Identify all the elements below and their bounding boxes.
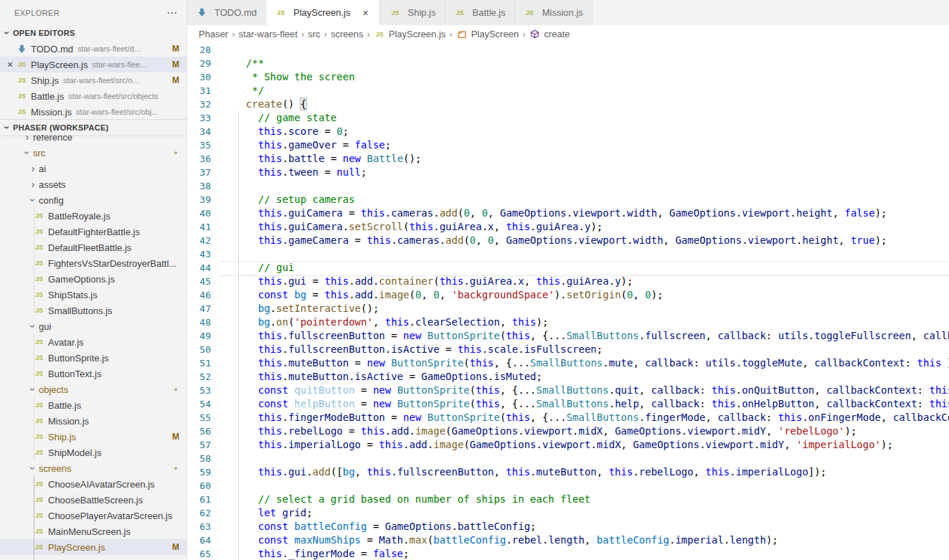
tree-item-GameOptions.js[interactable]: JSGameOptions.js (0, 271, 187, 287)
tree-folder-src[interactable]: ›src● (0, 145, 187, 161)
open-editor-item-Battle.js[interactable]: JSBattle.jsstar-wars-fleet/src/objects (0, 88, 187, 104)
tab-TODO.md[interactable]: TODO.md (187, 0, 266, 25)
code-line-48[interactable]: 48 bg.on('pointerdown', this.clearSelect… (187, 315, 949, 329)
tree-item-ChoosePlayerAvatarScreen.js[interactable]: JSChoosePlayerAvatarScreen.js (0, 508, 187, 523)
tree-item-label: ChooseAIAvatarScreen.js (48, 479, 155, 490)
code-line-33[interactable]: 33 // game state (187, 111, 949, 125)
code-line-61[interactable]: 61 // select a grid based on number of s… (187, 493, 949, 506)
code-line-43[interactable]: 43 (187, 247, 949, 261)
code-line-64[interactable]: 64 const maxNumShips = Math.max(battleCo… (187, 533, 949, 547)
open-editor-item-Mission.js[interactable]: JSMission.jsstar-wars-fleet/src/obj... (0, 104, 187, 120)
code-line-37[interactable]: 37 this.tween = null; (187, 166, 949, 179)
tree-item-Ship.js[interactable]: JSShip.jsM (0, 429, 187, 445)
code-line-35[interactable]: 35 this.gameOver = false; (187, 138, 949, 152)
code-line-55[interactable]: 55 this.fingerModeButton = new ButtonSpr… (187, 411, 949, 424)
breadcrumb-item-PlayScreen[interactable]: PlayScreen (456, 29, 519, 40)
code-line-59[interactable]: 59 this.gui.add([bg, this.fullscreenButt… (187, 465, 949, 479)
breadcrumb-item-Phaser[interactable]: Phaser (199, 29, 228, 39)
tree-item-ShipStats.js[interactable]: JSShipStats.js (0, 287, 187, 303)
code-line-41[interactable]: 41 this.guiCamera.setScroll(this.guiArea… (187, 220, 949, 234)
tree-item-label: ButtonSprite.js (48, 353, 109, 364)
code-line-31[interactable]: 31 */ (187, 84, 949, 98)
code-line-34[interactable]: 34 this.score = 0; (187, 125, 949, 138)
javascript-file-icon: JS (33, 305, 45, 316)
code-line-42[interactable]: 42 this.gameCamera = this.cameras.add(0,… (187, 234, 949, 247)
tab-Mission.js[interactable]: JSMission.js (515, 0, 592, 25)
tree-folder-objects[interactable]: ›objects● (0, 381, 187, 397)
tree-item-BattleRoyale.js[interactable]: JSBattleRoyale.js (0, 208, 187, 224)
tree-folder-gui[interactable]: ›gui (0, 318, 187, 334)
code-line-30[interactable]: 30 * Show the screen (187, 70, 949, 84)
close-icon[interactable]: × (4, 59, 16, 70)
tree-item-ChooseAIAvatarScreen.js[interactable]: JSChooseAIAvatarScreen.js (0, 476, 187, 492)
code-line-50[interactable]: 50 this.fullscreenButton.isActive = this… (187, 343, 949, 356)
tree-item-partial[interactable] (0, 555, 187, 560)
tree-item-Avatar.js[interactable]: JSAvatar.js (0, 334, 187, 350)
code-line-63[interactable]: 63 const battleConfig = GameOptions.batt… (187, 520, 949, 533)
code-line-60[interactable]: 60 (187, 479, 949, 493)
tree-folder-assets[interactable]: ›assets (0, 176, 187, 192)
breadcrumb-item-screens[interactable]: screens (331, 29, 364, 39)
tree-item-Battle.js[interactable]: JSBattle.js (0, 397, 187, 413)
code-line-28[interactable]: 28 (187, 43, 949, 57)
javascript-file-icon: JS (16, 59, 28, 70)
code-line-57[interactable]: 57 this.imperialLogo = this.add.image(Ga… (187, 438, 949, 452)
breadcrumb-item-src[interactable]: src (308, 29, 320, 39)
code-line-51[interactable]: 51 this.muteButton = new ButtonSprite(th… (187, 356, 949, 370)
tree-item-ChooseBattleScreen.js[interactable]: JSChooseBattleScreen.js (0, 492, 187, 508)
breadcrumb-item-PlayScreen.js[interactable]: JSPlayScreen.js (374, 29, 445, 40)
tree-folder-config[interactable]: ›config (0, 192, 187, 208)
open-editors-header[interactable]: › OPEN EDITORS (0, 25, 187, 41)
code-line-56[interactable]: 56 this.rebelLogo = this.add.image(GameO… (187, 424, 949, 438)
line-number: 57 (187, 438, 211, 452)
code-line-40[interactable]: 40 this.guiCamera = this.cameras.add(0, … (187, 207, 949, 220)
tree-item-DefaultFighterBattle.js[interactable]: JSDefaultFighterBattle.js (0, 224, 187, 239)
open-editor-item-Ship.js[interactable]: JSShip.jsstar-wars-fleet/src/o...M (0, 72, 187, 88)
tree-item-FightersVsStarDestroyerBattl...[interactable]: JSFightersVsStarDestroyerBattl... (0, 255, 187, 271)
breadcrumb-item-create[interactable]: create (529, 29, 570, 40)
tree-item-SmallButtons.js[interactable]: JSSmallButtons.js (0, 303, 187, 318)
tree-item-Mission.js[interactable]: JSMission.js (0, 413, 187, 429)
code-line-65[interactable]: 65 this._fingerMode = false; (187, 547, 949, 560)
tree-folder-reference[interactable]: ›reference (0, 135, 187, 145)
tab-Battle.js[interactable]: JSBattle.js (445, 0, 515, 25)
breadcrumb-item-star-wars-fleet[interactable]: star-wars-fleet (239, 29, 298, 39)
code-line-46[interactable]: 46 const bg = this.add.image(0, 0, 'back… (187, 288, 949, 302)
code-line-53[interactable]: 53 const quitButton = new ButtonSprite(t… (187, 384, 949, 397)
tree-folder-ai[interactable]: ›ai (0, 161, 187, 176)
code-line-62[interactable]: 62 let grid; (187, 506, 949, 520)
open-editor-item-TODO.md[interactable]: TODO.mdstar-wars-fleet/d...M (0, 41, 187, 57)
code-line-45[interactable]: 45 this.gui = this.add.container(this.gu… (187, 275, 949, 288)
code-line-54[interactable]: 54 const helpButton = new ButtonSprite(t… (187, 397, 949, 411)
tab-PlayScreen.js[interactable]: JSPlayScreen.js× (266, 0, 380, 25)
more-actions-icon[interactable]: ⋯ (166, 6, 178, 19)
code-line-44[interactable]: 44 // gui (187, 261, 949, 275)
code-line-36[interactable]: 36 this.battle = new Battle(); (187, 152, 949, 166)
code-line-29[interactable]: 29 /** (187, 57, 949, 70)
tree-item-label: DefaultFleetBattle.js (48, 242, 131, 253)
tree-indent-guide (34, 303, 34, 318)
code-line-52[interactable]: 52 this.muteButton.isActive = GameOption… (187, 370, 949, 384)
code-line-39[interactable]: 39 // setup cameras (187, 193, 949, 207)
tree-item-MainMenuScreen.js[interactable]: JSMainMenuScreen.js (0, 523, 187, 539)
line-number: 50 (187, 343, 211, 356)
tab-Ship.js[interactable]: JSShip.js (380, 0, 445, 25)
tree-item-ShipModel.js[interactable]: JSShipModel.js (0, 445, 187, 460)
code-line-47[interactable]: 47 bg.setInteractive(); (187, 302, 949, 315)
open-editor-item-PlayScreen.js[interactable]: ×JSPlayScreen.jsstar-wars-flee...M (0, 57, 187, 72)
code-line-32[interactable]: 32 create() { (187, 98, 949, 111)
tree-indent-guide (34, 287, 34, 303)
code-line-38[interactable]: 38 (187, 179, 949, 193)
tree-indent-guide (34, 555, 34, 560)
workspace-header[interactable]: › PHASER (WORKSPACE) (0, 119, 187, 135)
code-line-58[interactable]: 58 (187, 452, 949, 465)
javascript-file-icon: JS (33, 494, 45, 506)
code-line-49[interactable]: 49 this.fullscreenButton = new ButtonSpr… (187, 329, 949, 343)
code-editor[interactable]: 2829 /**30 * Show the screen31 */32 crea… (187, 43, 949, 560)
tree-folder-screens[interactable]: ›screens● (0, 460, 187, 476)
tree-item-DefaultFleetBattle.js[interactable]: JSDefaultFleetBattle.js (0, 239, 187, 255)
close-icon[interactable]: × (359, 7, 371, 19)
tree-item-ButtonSprite.js[interactable]: JSButtonSprite.js (0, 350, 187, 366)
tree-item-ButtonText.js[interactable]: JSButtonText.js (0, 366, 187, 381)
tree-item-PlayScreen.js[interactable]: JSPlayScreen.jsM (0, 539, 187, 555)
